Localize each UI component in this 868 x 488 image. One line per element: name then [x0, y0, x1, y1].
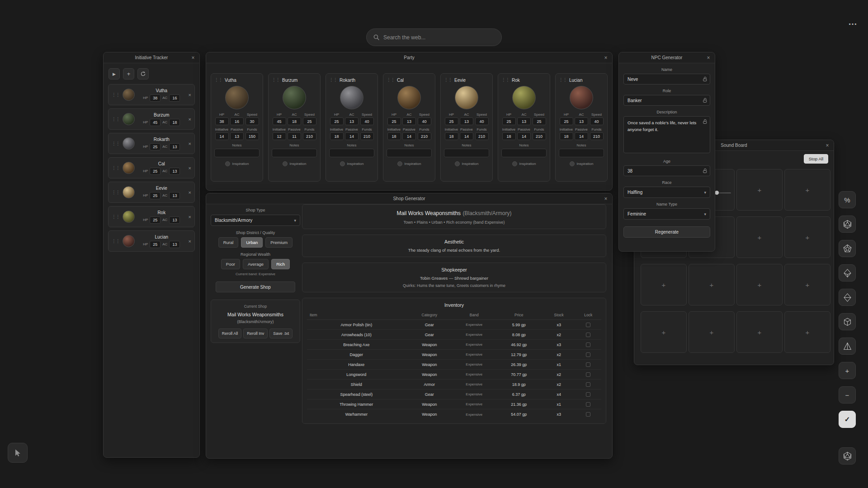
hp-value[interactable]: 25	[560, 117, 573, 125]
district-option-urban[interactable]: Urban	[241, 237, 263, 248]
remove-entry-button[interactable]: ×	[189, 165, 191, 171]
remove-entry-button[interactable]: ×	[189, 92, 191, 98]
inspiration-toggle[interactable]: Inspiration	[283, 161, 307, 166]
ac-value[interactable]: 13	[460, 117, 473, 125]
passive-value[interactable]: 14	[575, 132, 588, 140]
speed-value[interactable]: 40	[360, 117, 374, 125]
lock-checkbox[interactable]	[586, 392, 590, 397]
wealth-option-poor[interactable]: Poor	[221, 259, 240, 269]
lock-checkbox[interactable]	[586, 382, 590, 387]
sound-tile-empty[interactable]: +	[736, 264, 783, 305]
close-icon[interactable]: ×	[189, 54, 197, 61]
funds-value[interactable]: 150	[245, 132, 259, 140]
notes-input[interactable]	[214, 149, 259, 157]
hp-value[interactable]: 38	[215, 117, 229, 125]
lock-icon[interactable]	[703, 119, 708, 124]
roll-d20-button[interactable]	[839, 447, 856, 465]
drag-handle-icon[interactable]: ⋮⋮	[444, 78, 452, 82]
ac-value[interactable]: 13	[345, 117, 359, 125]
drag-handle-icon[interactable]: ⋮⋮	[214, 78, 222, 82]
speed-value[interactable]: 40	[590, 117, 604, 125]
hp-value[interactable]: 45	[273, 117, 286, 125]
inspiration-toggle[interactable]: Inspiration	[455, 161, 479, 166]
funds-value[interactable]: 210	[360, 132, 374, 140]
ac-value[interactable]: 18	[169, 119, 180, 126]
npc-description-input[interactable]: Once saved a noble's life, never lets an…	[623, 116, 710, 153]
speed-value[interactable]: 30	[245, 117, 259, 125]
overflow-menu-button[interactable]: …	[848, 17, 858, 26]
inspiration-toggle[interactable]: Inspiration	[225, 161, 249, 166]
funds-value[interactable]: 210	[475, 132, 489, 140]
dice-d12-button[interactable]	[839, 240, 856, 257]
passive-value[interactable]: 13	[230, 132, 244, 140]
district-option-premium[interactable]: Premium	[265, 237, 292, 248]
panel-titlebar[interactable]: Party ×	[206, 52, 612, 63]
passive-value[interactable]: 14	[517, 132, 531, 140]
lock-checkbox[interactable]	[586, 402, 590, 407]
sound-tile-empty[interactable]: +	[784, 311, 830, 353]
panel-titlebar[interactable]: Initiative Tracker ×	[104, 52, 199, 63]
hp-value[interactable]: 25	[330, 117, 344, 125]
drag-handle-icon[interactable]: ⋮⋮	[112, 215, 120, 219]
drag-handle-icon[interactable]: ⋮⋮	[112, 166, 120, 170]
wealth-option-rich[interactable]: Rich	[271, 259, 290, 269]
sound-tile-empty[interactable]: +	[736, 216, 783, 258]
inspiration-toggle[interactable]: Inspiration	[340, 161, 364, 166]
reset-tracker-button[interactable]	[137, 68, 149, 80]
initiative-value[interactable]: 18	[387, 132, 401, 140]
npc-name-input[interactable]	[623, 74, 710, 84]
lock-checkbox[interactable]	[586, 343, 590, 347]
speed-value[interactable]: 40	[418, 117, 431, 125]
lock-checkbox[interactable]	[586, 362, 590, 367]
dice-d4-button[interactable]	[839, 338, 856, 355]
drag-handle-icon[interactable]: ⋮⋮	[272, 78, 280, 82]
hp-value[interactable]: 25	[150, 216, 160, 224]
sound-tile-empty[interactable]: +	[689, 311, 735, 353]
slider-knob[interactable]	[715, 191, 719, 195]
npc-role-input[interactable]	[623, 95, 710, 106]
lock-checkbox[interactable]	[586, 412, 590, 417]
ac-value[interactable]: 16	[169, 94, 180, 102]
lock-icon[interactable]	[703, 98, 708, 103]
shop-type-select[interactable]: Blacksmith/Armory ▾	[211, 215, 300, 226]
initiative-value[interactable]: 18	[502, 132, 516, 140]
dice-d100-button[interactable]: %	[839, 191, 856, 208]
passive-value[interactable]: 14	[460, 132, 473, 140]
funds-value[interactable]: 210	[418, 132, 431, 140]
inspiration-dot[interactable]	[340, 161, 345, 166]
lock-checkbox[interactable]	[586, 333, 590, 337]
increment-button[interactable]: +	[839, 362, 856, 379]
passive-value[interactable]: 14	[345, 132, 359, 140]
reroll-all-button[interactable]: Reroll All	[218, 328, 242, 338]
npc-age-input[interactable]	[623, 165, 710, 176]
lock-checkbox[interactable]	[586, 323, 590, 327]
close-icon[interactable]: ×	[602, 195, 609, 202]
panel-titlebar[interactable]: NPC Generator ×	[619, 52, 715, 63]
dice-d6-button[interactable]	[839, 313, 856, 330]
inspiration-dot[interactable]	[570, 161, 575, 166]
regenerate-button[interactable]: Regenerate	[623, 226, 710, 238]
hp-value[interactable]: 38	[150, 94, 160, 102]
initiative-value[interactable]: 12	[273, 132, 286, 140]
funds-value[interactable]: 210	[533, 132, 546, 140]
wealth-option-average[interactable]: Average	[243, 259, 269, 269]
ac-value[interactable]: 13	[517, 117, 531, 125]
panel-titlebar[interactable]: Shop Generator ×	[206, 193, 612, 204]
initiative-value[interactable]: 14	[215, 132, 229, 140]
start-round-button[interactable]: ▶	[108, 68, 120, 80]
ac-value[interactable]: 13	[169, 241, 180, 248]
drag-handle-icon[interactable]: ⋮⋮	[112, 190, 120, 195]
add-combatant-button[interactable]: +	[123, 68, 134, 80]
remove-entry-button[interactable]: ×	[189, 214, 191, 220]
dice-d8-button[interactable]	[839, 289, 856, 306]
initiative-value[interactable]: 18	[560, 132, 573, 140]
hp-value[interactable]: 25	[150, 143, 160, 150]
hp-value[interactable]: 25	[502, 117, 516, 125]
inspiration-toggle[interactable]: Inspiration	[512, 161, 536, 166]
generate-shop-button[interactable]: Generate Shop	[216, 282, 295, 292]
ac-value[interactable]: 13	[169, 216, 180, 224]
hp-value[interactable]: 25	[445, 117, 458, 125]
passive-value[interactable]: 11	[288, 132, 301, 140]
passive-value[interactable]: 14	[402, 132, 416, 140]
hp-value[interactable]: 25	[150, 192, 160, 199]
